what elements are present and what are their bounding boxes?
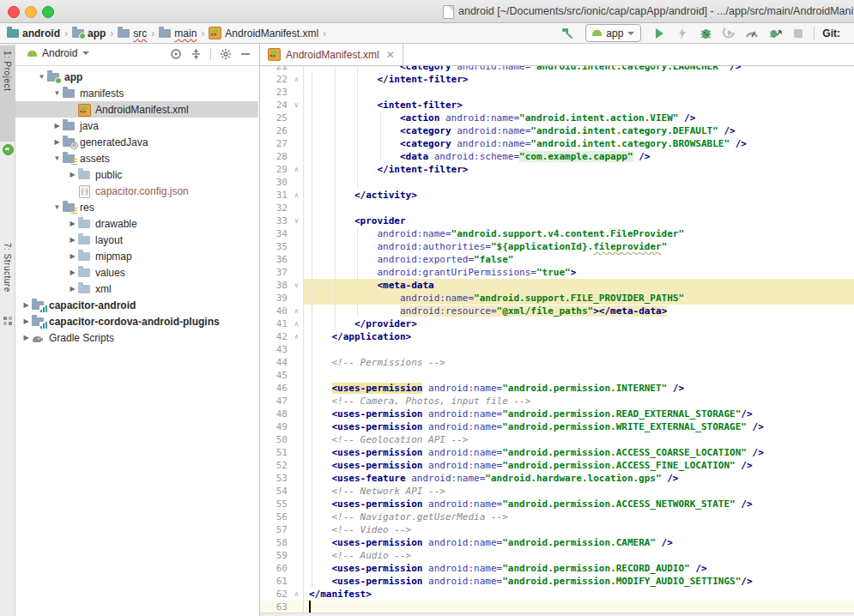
tree-chevron-icon[interactable]: ▼ bbox=[51, 203, 63, 211]
code-line-53[interactable]: 53 <uses-feature android:name="android.h… bbox=[260, 472, 854, 485]
code-line-60[interactable]: 60 <uses-permission android:name="androi… bbox=[260, 562, 854, 575]
stop-button[interactable] bbox=[790, 26, 806, 41]
code-line-32[interactable]: 32 bbox=[260, 202, 854, 214]
code-line-50[interactable]: 50 <!-- Geolocation API --> bbox=[260, 433, 854, 446]
tree-item-java[interactable]: ▶java bbox=[15, 118, 258, 134]
code-line-59[interactable]: 59 <!-- Audio --> bbox=[260, 549, 854, 562]
attach-debugger-icon[interactable] bbox=[767, 26, 783, 41]
code-line-23[interactable]: 23 bbox=[260, 86, 854, 99]
tree-item-values[interactable]: ▶values bbox=[15, 264, 258, 281]
fold-marker-icon[interactable]: ∨ bbox=[291, 279, 302, 292]
code-line-42[interactable]: 42∧ </application> bbox=[260, 330, 854, 343]
code-line-56[interactable]: 56 <!-- Navigator.getUserMedia --> bbox=[260, 510, 854, 523]
tree-item-layout[interactable]: ▶layout bbox=[15, 232, 258, 248]
code-line-35[interactable]: 35 android:authorities="${applicationId}… bbox=[260, 240, 854, 253]
tree-item-generatedjava[interactable]: ▶⚙generatedJava bbox=[15, 134, 258, 150]
breadcrumb-item-android[interactable]: android bbox=[7, 27, 60, 39]
code-line-24[interactable]: 24∨ <intent-filter> bbox=[260, 99, 854, 112]
close-icon[interactable]: ✕ bbox=[386, 49, 395, 61]
code-line-55[interactable]: 55 <uses-permission android:name="androi… bbox=[260, 498, 854, 510]
fold-marker-icon[interactable]: ∨ bbox=[291, 99, 302, 112]
code-line-26[interactable]: 26 <category android:name="android.inten… bbox=[260, 124, 854, 137]
code-line-34[interactable]: 34 android:name="android.support.v4.cont… bbox=[260, 227, 854, 240]
minimize-window-button[interactable] bbox=[25, 6, 37, 18]
tree-item-gradle-scripts[interactable]: ▶Gradle Scripts bbox=[15, 329, 258, 346]
fold-marker-icon[interactable]: ∧ bbox=[291, 317, 302, 330]
fold-marker-icon[interactable]: ∧ bbox=[291, 330, 302, 343]
fold-marker-icon[interactable]: ∧ bbox=[291, 189, 302, 202]
code-line-61[interactable]: 61 <uses-permission android:name="androi… bbox=[260, 575, 854, 588]
instant-run-icon[interactable] bbox=[675, 26, 690, 41]
tree-chevron-icon[interactable]: ▶ bbox=[51, 138, 63, 146]
build-hammer-icon[interactable] bbox=[560, 26, 575, 41]
code-editor[interactable]: 21 <category android:name="android.inten… bbox=[260, 66, 854, 616]
code-line-47[interactable]: 47 <!-- Camera, Photos, input file --> bbox=[260, 395, 854, 408]
code-line-31[interactable]: 31∧ </activity> bbox=[260, 189, 854, 202]
tree-chevron-icon[interactable]: ▶ bbox=[67, 236, 78, 244]
hide-panel-icon[interactable] bbox=[240, 49, 251, 59]
tree-chevron-icon[interactable]: ▼ bbox=[51, 89, 63, 97]
tree-item-xml[interactable]: ▶xml bbox=[15, 281, 258, 297]
run-configuration-dropdown[interactable]: app bbox=[585, 24, 641, 42]
code-line-33[interactable]: 33∨ <provider bbox=[260, 214, 854, 227]
fold-marker-icon[interactable]: ∧ bbox=[291, 305, 302, 317]
zoom-window-button[interactable] bbox=[42, 6, 54, 18]
code-line-37[interactable]: 37 android:grantUriPermissions="true"> bbox=[260, 266, 854, 279]
tree-item-capacitor-config-json[interactable]: {·}capacitor.config.json bbox=[15, 183, 258, 199]
code-line-38[interactable]: 38∨ <meta-data bbox=[260, 279, 854, 292]
code-line-28[interactable]: 28 <data android:scheme="com.example.cap… bbox=[260, 150, 854, 163]
tree-item-capacitor-cordova-android-plugins[interactable]: ▶capacitor-cordova-android-plugins bbox=[15, 313, 258, 329]
code-line-22[interactable]: 22∧ </intent-filter> bbox=[260, 73, 854, 86]
tree-item-mipmap[interactable]: ▶mipmap bbox=[15, 248, 258, 264]
build-variants-icon[interactable] bbox=[3, 317, 12, 325]
code-line-48[interactable]: 48 <uses-permission android:name="androi… bbox=[260, 408, 854, 420]
tree-chevron-icon[interactable]: ▶ bbox=[21, 334, 32, 341]
code-line-25[interactable]: 25 <action android:name="android.intent.… bbox=[260, 112, 854, 124]
tree-item-androidmanifest-xml[interactable]: AndroidManifest.xml bbox=[15, 101, 258, 118]
code-line-27[interactable]: 27 <category android:name="android.inten… bbox=[260, 137, 854, 150]
code-line-40[interactable]: 40∧ android:resource="@xml/file_paths"><… bbox=[260, 305, 854, 317]
document-proxy-icon[interactable] bbox=[443, 5, 454, 19]
structure-tool-window-label[interactable]: 7: Structure bbox=[3, 243, 12, 293]
tree-chevron-icon[interactable]: ▶ bbox=[67, 285, 78, 293]
debug-button[interactable] bbox=[698, 26, 713, 41]
code-line-57[interactable]: 57 <!-- Video --> bbox=[260, 523, 854, 536]
tree-item-public[interactable]: ▶public bbox=[15, 166, 258, 183]
tree-chevron-icon[interactable]: ▶ bbox=[67, 269, 78, 276]
run-with-coverage-icon[interactable] bbox=[721, 26, 736, 41]
code-line-49[interactable]: 49 <uses-permission android:name="androi… bbox=[260, 420, 854, 433]
code-line-44[interactable]: 44 <!-- Permissions --> bbox=[260, 356, 854, 369]
tree-chevron-icon[interactable]: ▶ bbox=[67, 252, 78, 260]
tree-chevron-icon[interactable]: ▶ bbox=[21, 301, 32, 309]
code-line-43[interactable]: 43 bbox=[260, 343, 854, 356]
tree-item-res[interactable]: ▼res bbox=[15, 199, 258, 215]
profiler-icon[interactable] bbox=[744, 26, 760, 41]
code-line-46[interactable]: 46 <uses-permission android:name="androi… bbox=[260, 382, 854, 395]
tree-chevron-icon[interactable]: ▼ bbox=[51, 154, 63, 162]
tree-item-capacitor-android[interactable]: ▶capacitor-android bbox=[15, 297, 258, 313]
code-line-51[interactable]: 51 <uses-permission android:name="androi… bbox=[260, 446, 854, 459]
code-line-36[interactable]: 36 android:exported="false" bbox=[260, 253, 854, 266]
fold-marker-icon[interactable]: ∧ bbox=[291, 73, 302, 86]
code-line-41[interactable]: 41∧ </provider> bbox=[260, 317, 854, 330]
breadcrumb-item-src[interactable]: src bbox=[118, 27, 147, 39]
code-line-29[interactable]: 29∧ </intent-filter> bbox=[260, 163, 854, 176]
code-line-54[interactable]: 54 <!-- Network API --> bbox=[260, 485, 854, 498]
tree-chevron-icon[interactable]: ▶ bbox=[67, 220, 78, 227]
code-line-58[interactable]: 58 <uses-permission android:name="androi… bbox=[260, 536, 854, 549]
run-button[interactable] bbox=[651, 26, 667, 41]
breadcrumb-item-androidmanifest-xml[interactable]: AndroidManifest.xml bbox=[209, 27, 318, 39]
tree-item-app[interactable]: ▼app bbox=[15, 69, 258, 85]
project-tool-window-label[interactable]: 1: Project bbox=[3, 51, 12, 91]
code-line-62[interactable]: 62∧</manifest> bbox=[260, 588, 854, 601]
tab-androidmanifest[interactable]: AndroidManifest.xml ✕ bbox=[260, 44, 403, 65]
tree-item-manifests[interactable]: ▼manifests bbox=[15, 85, 258, 101]
android-icon[interactable] bbox=[3, 144, 14, 155]
tree-chevron-icon[interactable]: ▼ bbox=[36, 73, 47, 81]
tree-chevron-icon[interactable]: ▶ bbox=[67, 171, 78, 178]
tree-item-assets[interactable]: ▼assets bbox=[15, 150, 258, 166]
tree-chevron-icon[interactable]: ▶ bbox=[21, 317, 32, 325]
project-view-selector[interactable]: Android bbox=[27, 47, 89, 59]
breadcrumb-item-app[interactable]: app bbox=[72, 27, 106, 39]
fold-marker-icon[interactable]: ∧ bbox=[291, 588, 302, 601]
